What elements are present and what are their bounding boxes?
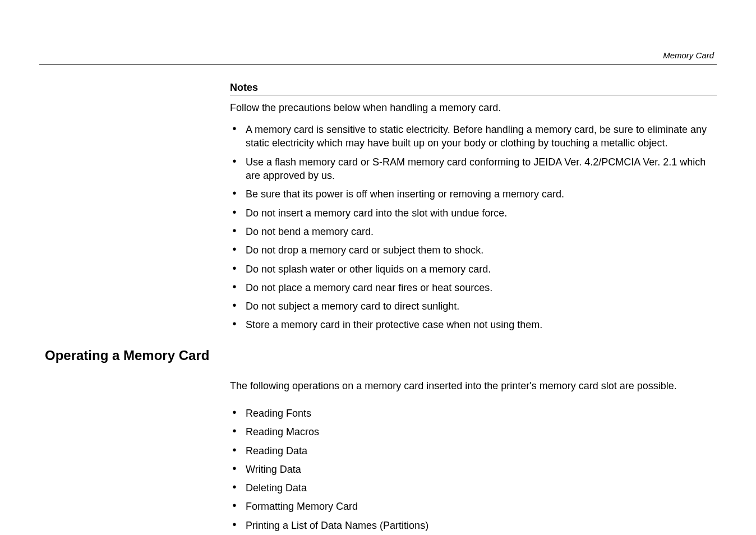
list-item: Reading Fonts	[230, 407, 717, 420]
list-item: Do not drop a memory card or subject the…	[230, 243, 717, 257]
header-divider	[39, 64, 717, 65]
notes-intro: Follow the precautions below when handli…	[230, 101, 717, 115]
list-item: Be sure that its power is off when inser…	[230, 187, 717, 201]
list-item: Do not insert a memory card into the slo…	[230, 206, 717, 220]
list-item: Do not subject a memory card to direct s…	[230, 299, 717, 313]
operations-list: Reading Fonts Reading Macros Reading Dat…	[230, 407, 717, 532]
page-container: Memory Card Notes Follow the precautions…	[0, 0, 756, 535]
list-item: Reading Data	[230, 444, 717, 458]
section-block: The following operations on a memory car…	[230, 379, 717, 532]
list-item: Writing Data	[230, 463, 717, 476]
notes-heading: Notes	[230, 82, 717, 95]
running-header: Memory Card	[39, 50, 717, 60]
section-heading: Operating a Memory Card	[45, 348, 717, 363]
section-intro: The following operations on a memory car…	[230, 379, 717, 393]
list-item: Do not bend a memory card.	[230, 225, 717, 238]
list-item: Deleting Data	[230, 481, 717, 495]
list-item: Use a flash memory card or S-RAM memory …	[230, 155, 717, 183]
notes-block: Notes Follow the precautions below when …	[230, 82, 717, 332]
list-item: Do not splash water or other liquids on …	[230, 262, 717, 276]
list-item: A memory card is sensitive to static ele…	[230, 123, 717, 150]
list-item: Formatting Memory Card	[230, 500, 717, 513]
list-item: Store a memory card in their protective …	[230, 318, 717, 331]
list-item: Do not place a memory card near fires or…	[230, 281, 717, 294]
list-item: Printing a List of Data Names (Partition…	[230, 519, 717, 532]
list-item: Reading Macros	[230, 425, 717, 439]
notes-list: A memory card is sensitive to static ele…	[230, 123, 717, 332]
